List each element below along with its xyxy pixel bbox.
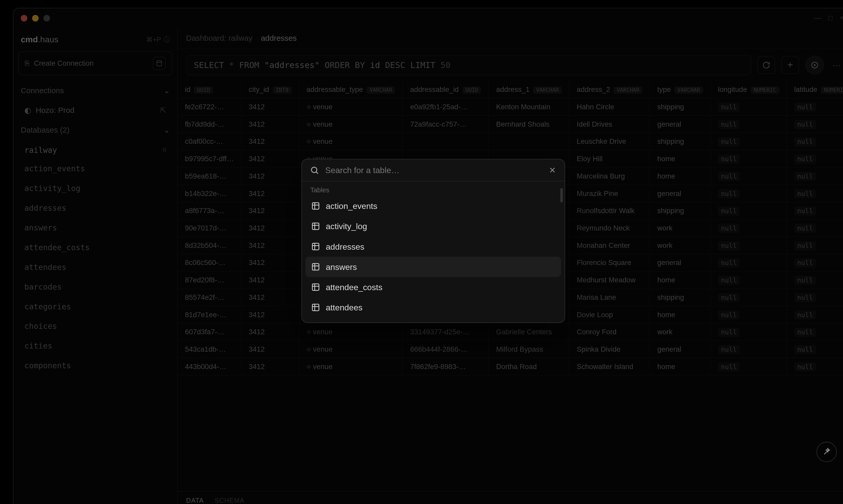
add-button[interactable]: + [781,56,799,74]
table-cell[interactable]: null [711,219,787,237]
table-cell[interactable]: ⎆venue [299,133,402,150]
table-cell[interactable]: null [787,358,843,375]
table-cell[interactable]: 3412 [241,306,299,323]
table-cell[interactable]: 3412 [241,167,299,185]
table-cell[interactable]: ⎆venue [299,98,402,115]
table-cell[interactable]: general [650,254,711,271]
table-cell[interactable]: null [787,115,843,133]
table-cell[interactable]: ⎆venue [299,341,402,358]
table-cell[interactable]: 3412 [241,219,299,237]
table-cell[interactable]: shipping [650,289,711,306]
table-cell[interactable]: Idell Drives [569,115,650,133]
database-icon[interactable] [153,57,166,70]
table-cell[interactable]: null [711,289,787,306]
table-cell[interactable]: shipping [650,202,711,219]
table-cell[interactable]: null [711,237,787,254]
table-cell[interactable]: 7f862fe9-8983-… [402,358,488,375]
table-cell[interactable]: 443b00d4-… [178,358,241,375]
table-cell[interactable]: Murazik Pine [569,185,650,202]
table-cell[interactable]: 3412 [241,254,299,271]
connection-item[interactable]: ◐ Hozo: Prod ⇱ [18,101,172,120]
sidebar-table-item[interactable]: components [18,356,172,375]
table-cell[interactable]: 3412 [241,271,299,289]
column-header[interactable]: address_1VARCHAR [489,81,569,98]
table-cell[interactable]: 3412 [241,150,299,168]
table-cell[interactable]: null [787,185,843,202]
table-cell[interactable]: 3412 [241,289,299,306]
table-cell[interactable]: null [711,254,787,271]
table-cell[interactable]: general [650,185,711,202]
sidebar-table-item[interactable]: cities [18,337,172,355]
table-cell[interactable]: home [650,358,711,375]
more-icon[interactable]: ⋯ [830,61,843,70]
table-cell[interactable]: Dortha Road [489,358,569,375]
breadcrumb-dashboard[interactable]: Dashboard: railway [186,34,253,42]
table-cell[interactable]: null [787,219,843,237]
table-cell[interactable]: shipping [650,133,711,150]
table-cell[interactable]: 3412 [241,185,299,202]
palette-item[interactable]: addresses [305,236,561,257]
table-cell[interactable]: Reymundo Neck [569,219,650,237]
palette-item[interactable]: activity_log [305,216,561,236]
table-cell[interactable]: 8d32b504-… [178,237,241,254]
table-cell[interactable]: shipping [650,98,711,115]
table-cell[interactable]: null [787,323,843,341]
table-cell[interactable]: 33149377-d25e-… [402,323,488,341]
table-cell[interactable]: 543ca1db-… [178,341,241,358]
table-cell[interactable]: null [787,254,843,271]
column-header[interactable]: longitudeNUMERIC [711,81,787,98]
sidebar-table-item[interactable]: categories [18,298,172,316]
table-cell[interactable]: work [650,237,711,254]
table-cell[interactable]: Spinka Divide [569,341,650,358]
table-cell[interactable]: 3412 [241,341,299,358]
table-cell[interactable]: 87ed20f8-… [178,271,241,289]
table-cell[interactable]: Hahn Circle [569,98,650,115]
sidebar-table-item[interactable]: activity_log [18,179,172,198]
help-icon[interactable]: ⓘ [163,35,170,44]
palette-scrollbar[interactable] [560,188,563,202]
column-header[interactable]: address_2VARCHAR [569,81,650,98]
sidebar-table-item[interactable]: answers [18,218,172,237]
palette-close-button[interactable]: ✕ [549,165,556,175]
column-header[interactable]: idUUID [178,81,241,98]
refresh-button[interactable] [757,56,775,74]
connections-header[interactable]: Connections ⌄ [14,80,177,101]
table-cell[interactable]: 607d3fa7-… [178,323,241,341]
palette-item[interactable]: answers [305,257,561,277]
traffic-close[interactable] [21,15,27,21]
table-cell[interactable]: b59ea618-… [178,167,241,185]
table-cell[interactable]: null [787,341,843,358]
table-cell[interactable]: null [787,306,843,323]
query-input[interactable]: SELECT * FROM "addresses" ORDER BY id DE… [186,55,751,75]
table-cell[interactable]: null [711,185,787,202]
table-cell[interactable] [489,133,569,150]
table-cell[interactable]: a8f6773a-… [178,202,241,219]
table-cell[interactable]: 90e7017d-… [178,219,241,237]
table-cell[interactable]: null [711,202,787,219]
sidebar-table-item[interactable]: attendee_costs [18,238,172,257]
sidebar-table-item[interactable]: choices [18,317,172,335]
table-cell[interactable]: home [650,306,711,323]
table-cell[interactable]: null [711,98,787,115]
table-cell[interactable]: b14b322e-… [178,185,241,202]
table-row[interactable]: 543ca1db-…3412⎆venue666b444f-2866-…Milfo… [178,341,843,358]
win-close[interactable]: × [840,14,843,22]
table-row[interactable]: fe2c6722-…3412⎆venuee0a92fb1-25ad-…Kento… [178,98,843,115]
table-cell[interactable]: 3412 [241,237,299,254]
table-cell[interactable]: fe2c6722-… [178,98,241,115]
table-cell[interactable]: Runolfsdottir Walk [569,202,650,219]
table-cell[interactable]: Dovie Loop [569,306,650,323]
table-cell[interactable]: work [650,323,711,341]
table-cell[interactable]: Medhurst Meadow [569,271,650,289]
create-connection-button[interactable]: ⎘ Create Connection [18,51,172,75]
table-cell[interactable]: null [711,167,787,185]
table-cell[interactable] [402,133,488,150]
tab-data[interactable]: DATA [186,497,204,504]
table-cell[interactable]: null [711,323,787,341]
table-cell[interactable]: c0af00cc-… [178,133,241,150]
tab-schema[interactable]: SCHEMA [215,497,245,504]
table-cell[interactable]: 85574e2f-… [178,289,241,306]
palette-item[interactable]: attendee_costs [305,277,561,297]
pin-icon[interactable]: ⇱ [160,106,166,115]
table-cell[interactable]: 3412 [241,202,299,219]
